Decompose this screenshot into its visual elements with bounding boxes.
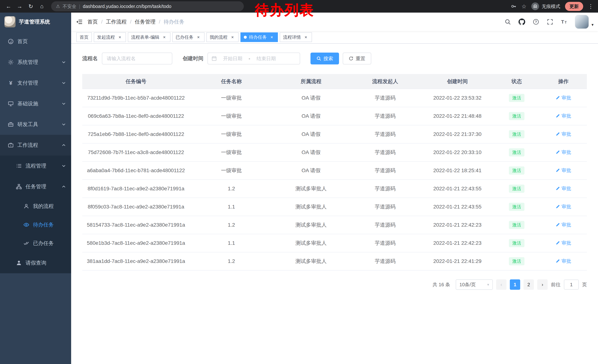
font-size-icon[interactable]: TT [558,13,570,31]
approve-link[interactable]: 审批 [556,240,571,246]
search-button[interactable]: 搜索 [310,53,339,65]
next-page-button[interactable]: › [537,279,548,290]
sidebar-item-todo-tasks[interactable]: 待办任务 [0,216,71,234]
page-button-2[interactable]: 2 [523,279,534,290]
sidebar-item-process-mgmt[interactable]: 流程管理 [0,155,71,176]
tab-process-form-edit[interactable]: 流程表单-编辑 × [128,32,170,42]
column-header: 状态 [493,74,540,89]
yen-icon: ¥ [8,80,14,86]
close-icon[interactable]: × [117,34,123,40]
sidebar-fold-icon[interactable] [71,13,87,31]
chevron-up-icon [61,184,66,189]
approve-link[interactable]: 审批 [556,167,571,174]
svg-text:T: T [565,21,567,24]
breadcrumb-item[interactable]: 工作流程 [106,18,127,25]
tab-my-process[interactable]: 我的流程 × [206,32,239,42]
breadcrumb-item[interactable]: 首页 [87,18,98,25]
close-icon[interactable]: × [162,34,167,40]
cell-created-at: 2022-01-21 22:41:29 [421,252,493,270]
cell-initiator: 芋道源码 [349,143,421,162]
page-button-1[interactable]: 1 [510,279,520,290]
svg-text:?: ? [535,20,537,24]
sidebar-item-workflow[interactable]: 工作流程 [0,135,71,155]
sidebar-item-leave-query[interactable]: 请假查询 [0,252,71,273]
close-icon[interactable]: × [196,34,201,40]
url-text: dashboard.yudao.iocoder.cn/bpm/task/todo [83,4,171,9]
tab-home[interactable]: 首页 [76,32,92,42]
github-icon[interactable] [515,13,528,31]
sidebar-item-label: 任务管理 [25,183,46,190]
cell-process: 测试多审批人 [273,234,349,252]
person-icon [16,260,22,266]
sidebar-logo[interactable]: 芋道管理系统 [0,13,71,31]
tab-start-process[interactable]: 发起流程 × [94,32,126,42]
approve-link[interactable]: 审批 [556,185,571,192]
approve-link[interactable]: 审批 [556,131,571,138]
status-badge: 激活 [509,94,524,102]
tab-done-tasks[interactable]: 已办任务 × [172,32,205,42]
approve-link[interactable]: 审批 [556,113,571,119]
tab-process-detail[interactable]: 流程详情 × [280,32,312,42]
help-icon[interactable]: ? [530,13,542,31]
cell-task-name: 一级审批 [190,125,273,143]
cell-process: OA 请假 [273,125,349,143]
cell-task-id: 8f0d1619-7ac8-11ec-a9e2-a2380e71991a [82,180,190,198]
cell-process: OA 请假 [273,89,349,107]
process-name-input[interactable] [102,53,172,65]
breadcrumb-item[interactable]: 任务管理 [135,18,156,25]
table-row: 75d72608-7b7f-11ec-a3c8-acde48001122 一级审… [82,143,587,162]
search-icon[interactable] [501,13,514,31]
tab-label: 待办任务 [249,34,267,40]
cell-task-name: 一级审批 [190,89,273,107]
screen: ← → ↻ ⌂ ⚠ 不安全 | dashboard.yudao.iocoder.… [0,0,598,364]
cell-created-at: 2022-01-21 22:43:55 [421,198,493,216]
sidebar-menu: 首页 系统管理 ¥ 支付管理 基础设施 [0,31,71,273]
page-size-select[interactable]: 10条/页 ▾ [456,279,493,290]
status-badge: 激活 [509,148,524,156]
reload-icon[interactable]: ↻ [26,2,36,11]
sidebar-item-infrastructure[interactable]: 基础设施 [0,93,71,114]
close-icon[interactable]: × [230,34,235,40]
close-icon[interactable]: × [269,34,274,40]
sidebar-item-system[interactable]: 系统管理 [0,52,71,73]
goto-page-input[interactable] [564,280,579,290]
bookmark-star-icon[interactable]: ☆ [522,3,526,10]
cell-task-name: 一级审批 [190,143,273,162]
table-row: 381aa1dd-7ac8-11ec-a9e2-a2380e71991a 1.2… [82,252,587,270]
avatar-dropdown-caret-icon[interactable]: ▾ [591,22,594,27]
menu-dots-icon[interactable]: ⋮ [588,3,594,10]
approve-link[interactable]: 审批 [556,222,571,228]
url-bar[interactable]: ⚠ 不安全 | dashboard.yudao.iocoder.cn/bpm/t… [51,1,244,11]
date-range-picker[interactable]: - [208,53,300,65]
sidebar-item-my-process[interactable]: 我的流程 [0,197,71,216]
approve-link[interactable]: 审批 [556,203,571,210]
sidebar-item-done-tasks[interactable]: 已办任务 [0,234,71,252]
cell-task-name: 1.1 [190,198,273,216]
approve-link[interactable]: 审批 [556,95,571,101]
reset-button[interactable]: 重置 [343,53,371,65]
forward-icon[interactable]: → [15,2,25,11]
user-avatar[interactable] [575,15,589,29]
status-badge: 激活 [509,257,524,265]
sidebar-item-payment[interactable]: ¥ 支付管理 [0,73,71,93]
key-icon[interactable] [511,3,517,9]
tab-todo-tasks[interactable]: 待办任务 × [241,32,278,42]
close-icon[interactable]: × [303,34,309,40]
double-check-icon [23,240,30,246]
approve-link[interactable]: 审批 [556,258,571,264]
sidebar-item-home[interactable]: 首页 [0,31,71,52]
sidebar-item-label: 系统管理 [17,59,38,66]
sidebar-item-label: 工作流程 [17,142,38,149]
table-row: 8f0d1619-7ac8-11ec-a9e2-a2380e71991a 1.2… [82,180,587,198]
update-button[interactable]: 更新 [565,2,583,11]
sidebar-item-task-mgmt[interactable]: 任务管理 [0,176,71,197]
home-icon[interactable]: ⌂ [37,2,47,11]
approve-link[interactable]: 审批 [556,149,571,155]
sidebar-item-devtools[interactable]: 研发工具 [0,114,71,135]
cell-initiator: 芋道源码 [349,89,421,107]
prev-page-button[interactable]: ‹ [496,279,507,290]
fullscreen-icon[interactable] [544,13,556,31]
back-icon[interactable]: ← [4,2,13,11]
start-date-input[interactable] [218,56,247,61]
end-date-input[interactable] [252,56,281,61]
